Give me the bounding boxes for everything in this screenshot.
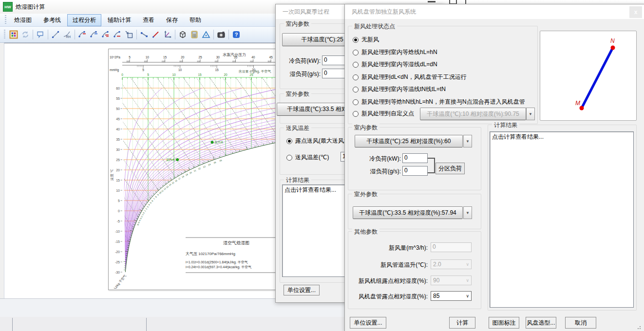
custom-line-icon[interactable] (150, 29, 162, 40)
status-divider (146, 318, 147, 331)
svg-text:7: 7 (153, 198, 156, 201)
cooling-load-input[interactable]: 0 (402, 153, 428, 163)
menu-item-2[interactable]: 过程分析 (67, 14, 101, 26)
toolbar-separator (33, 30, 33, 39)
svg-text:22: 22 (198, 167, 201, 170)
svg-text:0: 0 (121, 73, 123, 76)
svg-text:温度 ℃: 温度 ℃ (110, 169, 114, 181)
fresh-option-5[interactable]: 新风处理到等焓hN线hL=hN，并直接与N点混合再进入风机盘管 (353, 98, 525, 106)
svg-text:15: 15 (215, 68, 219, 72)
option-label: 新风处理到室内等温线tN线tL=tN (361, 85, 446, 93)
svg-text:大气压 102170Pa/766mmHg: 大气压 102170Pa/766mmHg (186, 252, 235, 256)
cancel-button[interactable]: 取消 (565, 317, 596, 329)
radio-icon[interactable] (353, 50, 359, 55)
svg-text:i=0.24t+0.001d(597.3+0.44t)kca: i=0.24t+0.001d(597.3+0.44t)kcal/kg. 干空气 (186, 265, 251, 269)
other-param-label: 新风量(m^3/h): (351, 244, 428, 252)
menu-item-1[interactable]: 参考线 (38, 14, 66, 26)
process-heat-icon[interactable] (88, 29, 100, 40)
fresh-option-4[interactable]: 新风处理到室内等温线tN线tL=tN (353, 85, 446, 93)
mix-line-icon[interactable] (138, 29, 150, 40)
process-cool-icon[interactable] (76, 29, 88, 40)
outdoor-temp-button[interactable]: 干球温度(℃):33.5 相对湿度(%):57.94 (353, 206, 463, 219)
outdoor-temp-dropdown-icon[interactable]: ▼ (463, 206, 472, 219)
moisture-load-input[interactable]: 0 (402, 166, 428, 176)
palette-icon[interactable] (8, 29, 19, 40)
radio-icon[interactable] (353, 99, 359, 105)
svg-text:23: 23 (203, 165, 206, 168)
svg-text:20: 20 (116, 168, 120, 172)
menu-item-4[interactable]: 查看 (137, 14, 160, 26)
svg-text:35: 35 (116, 138, 120, 141)
radio-icon[interactable] (286, 155, 292, 161)
app-icon: HW (3, 2, 13, 12)
chevron-down-icon[interactable]: ∨ (466, 294, 469, 298)
moisture-load-input[interactable]: 0 (322, 69, 345, 78)
svg-text:18: 18 (181, 175, 185, 179)
pin-icon[interactable] (35, 29, 46, 40)
radio-icon[interactable] (353, 87, 359, 92)
fresh-option-0[interactable]: 无新风 (353, 36, 379, 44)
combo-value: 85 (433, 293, 439, 299)
calculator-icon[interactable] (189, 29, 200, 40)
svg-text:?: ? (235, 32, 238, 37)
indoor-temp-dropdown-icon[interactable]: ▼ (463, 135, 472, 147)
radio-icon[interactable] (353, 74, 359, 80)
toolbar-separator (75, 30, 75, 39)
svg-text:5: 5 (150, 202, 152, 204)
svg-text:-25: -25 (115, 260, 120, 264)
fresh-option-3[interactable]: 新风处理到dL<dN，风机盘管干工况运行 (353, 73, 467, 81)
svg-text:35: 35 (234, 55, 238, 59)
svg-text:5: 5 (118, 199, 120, 202)
group-label: 室外参数 (352, 190, 379, 199)
other-param-combo-3[interactable]: 85∨ (431, 291, 472, 301)
line-icon[interactable] (50, 29, 61, 40)
radio-icon[interactable] (353, 37, 359, 43)
menu-item-5[interactable]: 保存 (161, 14, 183, 26)
svg-text:-30: -30 (115, 271, 120, 274)
svg-text:kJ/kg 干空气: kJ/kg 干空气 (113, 274, 127, 289)
state-box-icon[interactable] (123, 29, 135, 40)
unit-settings-button[interactable]: 单位设置... (350, 317, 386, 329)
radio-icon[interactable] (353, 62, 359, 68)
toolbar-separator (136, 30, 137, 39)
menu-item-3[interactable]: 辅助计算 (102, 14, 136, 26)
point-N-label: N (610, 37, 615, 44)
custom-point-dropdown-icon[interactable]: ▼ (526, 108, 535, 120)
axes-icon[interactable] (162, 29, 173, 40)
annotate-button[interactable]: 图面标注 (489, 317, 519, 329)
menu-item-6[interactable]: 帮助 (184, 14, 207, 26)
help-icon[interactable]: ? (230, 29, 242, 40)
process-humidify-icon[interactable] (100, 29, 112, 40)
snapshot-icon[interactable] (215, 29, 227, 40)
rh-curve-icon[interactable]: RH (61, 29, 73, 40)
svg-text:20: 20 (189, 171, 192, 174)
resize-grip[interactable] (636, 325, 641, 330)
cube-icon[interactable] (177, 29, 189, 40)
process-dehumidify-icon[interactable] (112, 29, 123, 40)
group-label: 送风温差 (284, 124, 311, 132)
menu-item-0[interactable]: 焓湿图 (9, 14, 37, 26)
close-icon[interactable]: x (629, 6, 642, 18)
unit-settings-button[interactable]: 单位设置... (284, 285, 320, 295)
triangle-icon[interactable] (200, 29, 212, 40)
moisture-load-label: 湿负荷(g/s): (285, 70, 321, 78)
fan-coil-selection-button[interactable]: 风盘选型... (526, 317, 556, 329)
fresh-option-2[interactable]: 新风处理到室内等湿线dL=dN (353, 60, 437, 69)
calc-result-box[interactable]: 点击计算查看结果... (490, 131, 634, 308)
fresh-option-1[interactable]: 新风处理到室内等焓线hL=hN (353, 48, 437, 56)
radio-icon[interactable] (353, 111, 359, 117)
svg-text:40: 40 (116, 128, 120, 131)
zone-load-button[interactable]: 分区负荷 (436, 163, 465, 174)
radio-icon[interactable] (286, 138, 292, 144)
dialog2-titlebar[interactable]: 风机盘管加独立新风系统 (345, 4, 644, 19)
fresh-option-6[interactable]: 新风处理到自定义点 (353, 110, 414, 118)
svg-text:10: 10 (178, 68, 182, 72)
supply-temp-diff-option[interactable]: 送风温差(℃) (286, 153, 329, 162)
calculate-button[interactable]: 计算 (449, 317, 475, 329)
group-label: 新风处理状态点 (352, 22, 397, 31)
indoor-temp-button[interactable]: 干球温度(℃):25 相对湿度(%):60 (355, 135, 463, 147)
refresh-icon[interactable] (19, 29, 31, 40)
other-param-label: 风机盘管露点相对湿度(%): (351, 293, 428, 301)
cooling-load-input[interactable]: 0 (322, 55, 345, 65)
group-label: 其他参数 (352, 228, 379, 236)
